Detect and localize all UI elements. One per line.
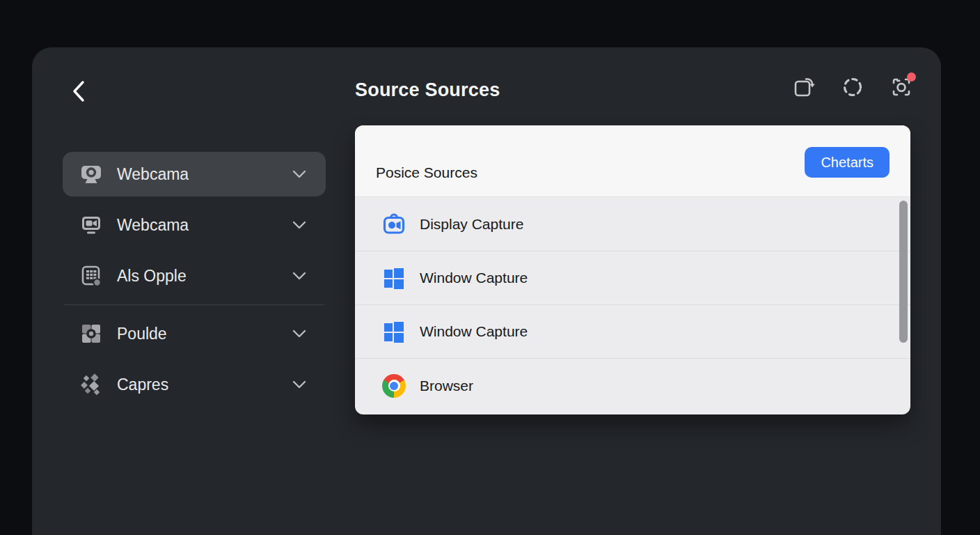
- scrollbar-thumb[interactable]: [899, 201, 908, 343]
- list-item-window-capture-1[interactable]: Window Capture: [355, 251, 910, 305]
- back-button[interactable]: [65, 75, 93, 107]
- sidebar-item-label: Als Opple: [117, 267, 187, 286]
- monitor-video-icon: [79, 213, 103, 237]
- record-badge: [907, 72, 916, 82]
- panel-title: Posice Sources: [376, 164, 477, 181]
- chevron-down-icon: [290, 164, 309, 184]
- sidebar-item-label: Poulde: [117, 325, 167, 343]
- list-item-display-capture[interactable]: Display Capture: [355, 198, 910, 251]
- list-item-browser[interactable]: Browser: [355, 359, 910, 412]
- sidebar-item-label: Capres: [117, 375, 168, 394]
- sidebar-item-label: Webcama: [117, 165, 189, 184]
- sidebar-item-webcama-1[interactable]: Webcama: [63, 152, 326, 196]
- grid-circle-icon: [79, 322, 103, 346]
- chevron-down-icon: [290, 266, 309, 286]
- list-item-label: Display Capture: [420, 216, 523, 233]
- sidebar: Webcama Webcama: [63, 152, 326, 413]
- list-item-label: Window Capture: [420, 270, 528, 286]
- screen-capture-record-icon[interactable]: [890, 75, 913, 99]
- sidebar-item-label: Webcama: [117, 216, 189, 235]
- list-item-window-capture-2[interactable]: Window Capture: [355, 305, 910, 359]
- source-list: Display Capture Window Capture: [355, 198, 910, 414]
- sidebar-divider: [64, 304, 324, 305]
- sidebar-item-poulde[interactable]: Poulde: [63, 311, 326, 356]
- diamonds-icon: [79, 373, 103, 396]
- display-capture-icon: [381, 212, 406, 237]
- flip-canvas-icon[interactable]: [792, 75, 816, 99]
- chevron-left-icon: [70, 79, 88, 104]
- sidebar-item-capres[interactable]: Capres: [63, 362, 326, 407]
- chrome-icon: [381, 373, 406, 398]
- dashed-selection-icon[interactable]: [841, 75, 864, 99]
- windows-logo-icon: [381, 265, 406, 290]
- panel-header: Posice Sources Chetarts: [355, 125, 910, 197]
- list-item-label: Window Capture: [420, 323, 528, 340]
- keypad-badge-icon: [79, 264, 103, 288]
- chevron-down-icon: [290, 215, 309, 235]
- webcam-icon: [79, 162, 103, 186]
- chetarts-button[interactable]: Chetarts: [805, 147, 890, 178]
- sources-panel: Posice Sources Chetarts Display Capture: [355, 125, 910, 414]
- list-item-label: Browser: [420, 378, 473, 394]
- chevron-down-icon: [290, 375, 309, 394]
- chevron-down-icon: [290, 324, 309, 343]
- page-title: Source Sources: [355, 79, 500, 101]
- sidebar-item-als-opple[interactable]: Als Opple: [63, 254, 326, 298]
- toolbar: [792, 75, 913, 99]
- windows-logo-icon: [381, 319, 406, 344]
- sidebar-item-webcama-2[interactable]: Webcama: [63, 203, 326, 247]
- app-window: Source Sources: [32, 47, 941, 535]
